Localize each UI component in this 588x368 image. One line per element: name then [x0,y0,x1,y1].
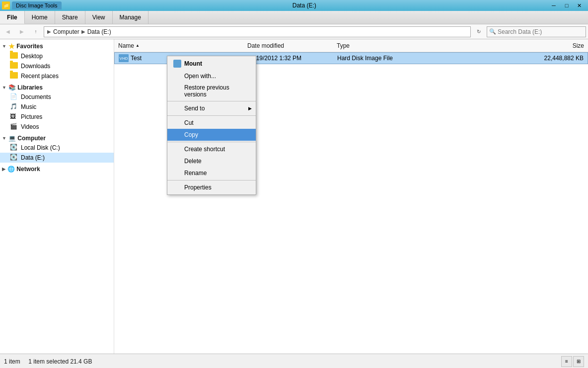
col-size[interactable]: Size [416,42,584,49]
selected-info: 1 item selected 21.4 GB [28,358,92,365]
sidebar-network-section: ▶ 🌐 Network [0,165,114,174]
maximize-button[interactable]: □ [560,0,573,10]
col-name[interactable]: Name ▲ [118,42,247,49]
ribbon: File Home Share View Manage [0,11,588,24]
libraries-arrow: ▼ [2,85,6,90]
send-to-icon [173,104,181,112]
minimize-button[interactable]: ─ [547,0,560,10]
sidebar-computer-header[interactable]: ▼ 💻 Computer [0,134,114,143]
favorites-star-icon: ★ [8,42,15,50]
app-icon: 📁 [2,1,10,9]
sidebar-item-music-label: Music [21,103,36,110]
network-arrow: ▶ [2,167,5,172]
tab-manage[interactable]: Manage [113,11,148,24]
context-menu-sep-1 [167,101,256,101]
favorites-arrow: ▼ [2,44,6,49]
col-type[interactable]: Type [337,42,416,49]
up-button[interactable]: ↑ [30,26,42,37]
status-bar: 1 item 1 item selected 21.4 GB ≡ ⊞ [0,354,588,368]
sidebar-item-pictures-label: Pictures [21,113,42,120]
context-menu-create-shortcut[interactable]: Create shortcut [167,143,256,155]
sidebar-item-pictures[interactable]: 🖼 Pictures [0,112,114,122]
tab-view[interactable]: View [85,11,113,24]
address-path[interactable]: ▶ Computer ▶ Data (E:) [44,26,471,37]
path-separator-1: ▶ [47,29,51,34]
main-layout: ▼ ★ Favorites Desktop Downloads Recent p… [0,39,588,354]
search-box[interactable]: 🔍 [487,26,586,37]
file-type-cell: Hard Disk Image File [337,55,417,62]
path-data-e[interactable]: Data (E:) [87,28,111,35]
sidebar-item-desktop[interactable]: Desktop [0,51,114,61]
close-button[interactable]: ✕ [573,0,586,10]
documents-icon: 📄 [10,93,18,101]
vhd-file-icon: VHD [119,54,129,62]
sidebar-item-data-e-label: Data (E:) [21,154,45,161]
pictures-icon: 🖼 [10,113,18,121]
file-date-cell: 12/19/2012 1:32 PM [248,55,337,62]
sidebar-item-data-e[interactable]: 💽 Data (E:) [0,153,114,163]
sidebar-item-local-disk-label: Local Disk (C:) [21,144,60,151]
forward-button[interactable]: ▶ [16,26,28,37]
copy-icon [173,131,181,139]
sidebar-libraries-section: ▼ 📚 Libraries 📄 Documents 🎵 Music 🖼 Pict… [0,83,114,132]
col-date[interactable]: Date modified [247,42,337,49]
context-menu-mount[interactable]: Mount [167,57,256,70]
tab-share[interactable]: Share [55,11,85,24]
computer-icon: 💻 [8,135,16,142]
downloads-folder-icon [10,62,18,70]
context-menu-rename-label: Rename [184,170,207,177]
context-menu-delete-label: Delete [184,158,202,165]
large-icons-view-button[interactable]: ⊞ [573,356,584,367]
context-menu-delete[interactable]: Delete [167,155,256,167]
cut-icon [173,119,181,127]
create-shortcut-icon [173,145,181,153]
open-with-icon [173,72,181,80]
tab-home[interactable]: Home [25,11,55,24]
refresh-button[interactable]: ↻ [473,26,485,37]
context-menu-mount-label: Mount [184,60,202,67]
mount-icon [173,60,181,68]
path-computer[interactable]: Computer [53,28,79,35]
sidebar-network-header[interactable]: ▶ 🌐 Network [0,165,114,174]
libraries-label: Libraries [17,84,43,91]
sidebar-item-documents[interactable]: 📄 Documents [0,92,114,102]
sidebar-item-recent-label: Recent places [21,73,59,80]
context-menu-send-to[interactable]: Send to ▶ [167,102,256,114]
search-icon: 🔍 [489,28,496,35]
column-headers: Name ▲ Date modified Type Size [114,39,588,52]
sidebar-item-recent[interactable]: Recent places [0,71,114,81]
sidebar-item-music[interactable]: 🎵 Music [0,102,114,112]
music-icon: 🎵 [10,103,18,111]
search-input[interactable] [498,28,584,35]
sidebar-favorites-header[interactable]: ▼ ★ Favorites [0,41,114,51]
computer-arrow: ▼ [2,136,6,141]
disc-tools-label: Disc Image Tools [12,1,62,9]
context-menu-rename[interactable]: Rename [167,167,256,179]
context-menu-sep-3 [167,142,256,142]
properties-icon [173,184,181,191]
sidebar-item-downloads[interactable]: Downloads [0,61,114,71]
context-menu-open-with[interactable]: Open with... [167,70,256,82]
context-menu-cut[interactable]: Cut [167,117,256,129]
context-menu-copy[interactable]: Copy [167,129,256,141]
back-button[interactable]: ◀ [2,26,14,37]
view-controls: ≡ ⊞ [561,356,584,367]
tab-file[interactable]: File [0,11,25,24]
context-menu-restore[interactable]: Restore previous versions [167,82,256,100]
context-menu-send-to-label: Send to [184,105,205,112]
ribbon-tabs: File Home Share View Manage [0,11,588,24]
sidebar-libraries-header[interactable]: ▼ 📚 Libraries [0,83,114,92]
window-title: Data (E:) [293,2,316,9]
data-e-icon: 💽 [10,154,18,162]
context-menu-properties[interactable]: Properties [167,182,256,193]
sidebar-item-local-disk[interactable]: 💽 Local Disk (C:) [0,143,114,153]
address-bar: ◀ ▶ ↑ ▶ Computer ▶ Data (E:) ↻ 🔍 [0,24,588,39]
network-icon: 🌐 [7,166,15,173]
context-menu-copy-label: Copy [184,131,198,138]
submenu-arrow-icon: ▶ [248,106,252,111]
sidebar-item-videos[interactable]: 🎬 Videos [0,122,114,132]
window-controls: ─ □ ✕ [547,0,586,10]
status-info: 1 item 1 item selected 21.4 GB [4,358,92,365]
item-count: 1 item [4,358,20,365]
details-view-button[interactable]: ≡ [561,356,572,367]
